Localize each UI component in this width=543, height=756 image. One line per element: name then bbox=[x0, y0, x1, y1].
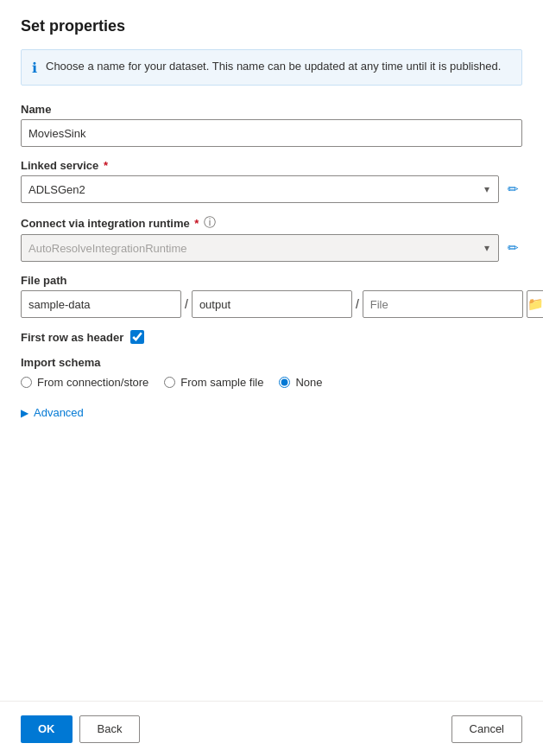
radio-connection[interactable] bbox=[21, 377, 32, 388]
file-path-group: File path / / 📁 ▾ bbox=[21, 274, 522, 318]
import-schema-radio-row: From connection/store From sample file N… bbox=[21, 376, 522, 389]
name-group: Name bbox=[21, 103, 522, 147]
required-star-2: * bbox=[192, 217, 199, 230]
advanced-label: Advanced bbox=[34, 406, 84, 419]
page-title: Set properties bbox=[21, 17, 522, 35]
first-row-header-group: First row as header bbox=[21, 330, 522, 344]
radio-option-sample[interactable]: From sample file bbox=[164, 376, 263, 389]
integration-runtime-label-row: Connect via integration runtime * ⓘ bbox=[21, 215, 522, 231]
integration-runtime-label: Connect via integration runtime * bbox=[21, 217, 199, 230]
import-schema-group: Import schema From connection/store From… bbox=[21, 356, 522, 389]
radio-none[interactable] bbox=[279, 377, 290, 388]
radio-connection-label: From connection/store bbox=[37, 376, 148, 389]
file-path-input-2[interactable] bbox=[192, 290, 352, 318]
import-schema-label: Import schema bbox=[21, 356, 522, 369]
radio-sample[interactable] bbox=[164, 377, 175, 388]
integration-runtime-edit-button[interactable]: ✏ bbox=[504, 237, 522, 259]
radio-option-none[interactable]: None bbox=[279, 376, 322, 389]
info-icon: ℹ bbox=[32, 60, 37, 76]
footer: OK Back Cancel bbox=[0, 701, 543, 756]
ok-button[interactable]: OK bbox=[21, 715, 73, 743]
file-path-row: / / 📁 ▾ bbox=[21, 290, 522, 318]
path-separator-1: / bbox=[185, 297, 188, 311]
info-banner: ℹ Choose a name for your dataset. This n… bbox=[21, 49, 522, 86]
pencil-icon: ✏ bbox=[508, 181, 519, 197]
name-label: Name bbox=[21, 103, 522, 116]
pencil-icon-2: ✏ bbox=[508, 240, 519, 256]
info-banner-text: Choose a name for your dataset. This nam… bbox=[46, 59, 501, 74]
first-row-header-label: First row as header bbox=[21, 331, 123, 344]
linked-service-label: Linked service * bbox=[21, 159, 522, 172]
triangle-right-icon: ▶ bbox=[21, 407, 28, 419]
linked-service-select[interactable]: ADLSGen2 bbox=[21, 175, 499, 203]
path-separator-2: / bbox=[356, 297, 359, 311]
advanced-section[interactable]: ▶ Advanced bbox=[21, 406, 522, 419]
integration-runtime-select-wrapper: AutoResolveIntegrationRuntime ▾ ✏ bbox=[21, 234, 522, 262]
file-path-input-3[interactable] bbox=[363, 290, 523, 318]
first-row-header-checkbox[interactable] bbox=[130, 330, 144, 344]
folder-icon: 📁 bbox=[527, 296, 543, 312]
cancel-button[interactable]: Cancel bbox=[451, 715, 522, 743]
folder-browse-button[interactable]: 📁 bbox=[527, 290, 543, 318]
integration-runtime-group: Connect via integration runtime * ⓘ Auto… bbox=[21, 215, 522, 262]
linked-service-edit-button[interactable]: ✏ bbox=[504, 178, 522, 200]
integration-runtime-select[interactable]: AutoResolveIntegrationRuntime bbox=[21, 234, 499, 262]
back-button[interactable]: Back bbox=[79, 715, 141, 743]
info-circle-icon[interactable]: ⓘ bbox=[204, 215, 216, 231]
name-input[interactable] bbox=[21, 119, 522, 147]
linked-service-group: Linked service * ADLSGen2 ▾ ✏ bbox=[21, 159, 522, 203]
file-path-input-1[interactable] bbox=[21, 290, 181, 318]
radio-option-connection[interactable]: From connection/store bbox=[21, 376, 148, 389]
required-star: * bbox=[100, 159, 108, 172]
linked-service-select-wrapper: ADLSGen2 ▾ ✏ bbox=[21, 175, 522, 203]
radio-none-label: None bbox=[295, 376, 322, 389]
file-path-label: File path bbox=[21, 274, 522, 287]
radio-sample-label: From sample file bbox=[180, 376, 263, 389]
